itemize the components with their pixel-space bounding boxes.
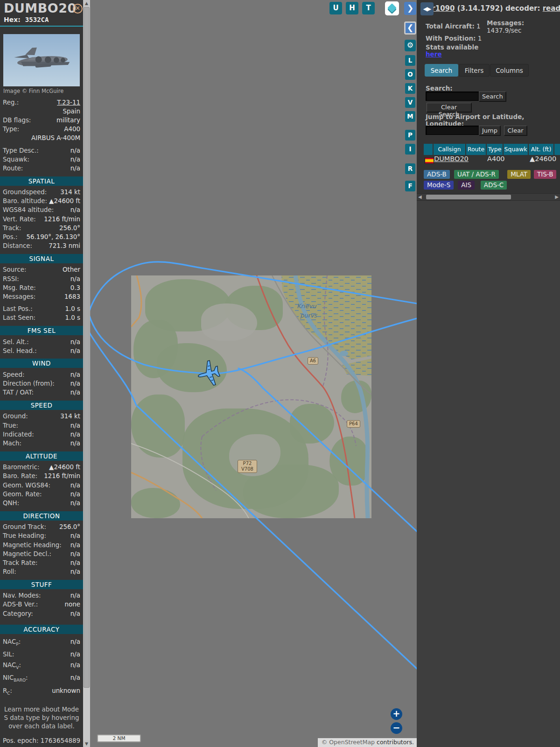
data-row-label: Indicated: xyxy=(3,431,34,438)
section-direction: DIRECTIONGround Track:256.0°True Heading… xyxy=(0,511,83,577)
table-row-callsign[interactable]: DUMBO20 xyxy=(434,155,469,162)
section-fms-sel: FMS SELSel. Alt.:n/aSel. Head.:n/a xyxy=(0,326,83,355)
k-map-button[interactable]: K xyxy=(405,83,415,94)
expand-right-button[interactable]: ❯ xyxy=(404,2,416,15)
readsb-link[interactable]: readsb xyxy=(543,4,560,13)
section-header: SPATIAL xyxy=(0,176,83,186)
data-row-label: Type: xyxy=(3,126,19,133)
map-pane[interactable]: Krievu purvs A6 P64 P72V708 xyxy=(90,0,417,747)
jump-button[interactable]: Jump xyxy=(479,126,500,135)
panel-lower-area xyxy=(417,201,560,747)
p-map-button[interactable]: P xyxy=(405,130,415,141)
data-row: Route:n/a xyxy=(0,164,83,173)
data-row-label: Mach: xyxy=(3,440,21,447)
data-row: SIL:n/a xyxy=(0,649,83,660)
data-row-value: ▲24600 ft xyxy=(49,464,80,471)
clear-button[interactable]: Clear xyxy=(504,126,527,135)
tar1090-app: DUMBO20 ✕ Hex:3532CA xyxy=(0,0,560,747)
sidebar-scrollbar[interactable]: ▲ ▼ xyxy=(83,0,90,747)
col-header-Squawk[interactable]: Squawk xyxy=(504,144,528,155)
data-row: Baro. Rate:1216 ft/min xyxy=(0,472,83,481)
layers-icon[interactable] xyxy=(385,1,399,15)
data-row-label: Reg.: xyxy=(3,99,19,106)
i-map-button[interactable]: I xyxy=(405,144,415,155)
scroll-up-icon[interactable]: ▲ xyxy=(83,0,90,7)
data-row-value: AIRBUS A-400M xyxy=(31,134,80,142)
aircraft-callsign-title: DUMBO20 xyxy=(0,0,83,15)
photo-credit: Image © Finn McGuire xyxy=(0,86,83,98)
data-row-value: 314 kt xyxy=(60,189,80,196)
tab-filters[interactable]: Filters xyxy=(459,64,490,77)
close-icon[interactable]: ✕ xyxy=(73,4,83,14)
m-map-button[interactable]: M xyxy=(405,111,415,122)
col-header-Alt. (ft)[interactable]: Alt. (ft) xyxy=(529,144,553,155)
data-row-label: Roll: xyxy=(3,568,16,576)
l-map-button[interactable]: L xyxy=(405,55,415,66)
data-row-value: n/a xyxy=(70,431,80,438)
stats-available: Stats available xyxy=(426,43,478,51)
u-button[interactable]: U xyxy=(329,2,342,14)
col-header-flag[interactable] xyxy=(424,144,433,155)
data-row-value: n/a xyxy=(70,338,80,346)
o-map-button[interactable]: O xyxy=(405,69,415,80)
data-row: Magnetic Decl.:n/a xyxy=(0,550,83,558)
badge-tis-b: TIS-B xyxy=(534,170,556,179)
tab-search[interactable]: Search xyxy=(425,64,458,77)
zoom-in-button[interactable]: + xyxy=(391,708,402,720)
badge-ads-b: ADS-B xyxy=(424,170,450,179)
section-signal: SIGNALSource:OtherRSSI:n/aMsg. Rate:0.3M… xyxy=(0,254,83,323)
panel-collapse-icon[interactable]: ◀▶ xyxy=(420,2,434,15)
f-map-button[interactable]: F xyxy=(405,181,415,191)
hex-value: 3532CA xyxy=(25,16,49,23)
scroll-left-icon[interactable]: ◀ xyxy=(418,194,422,200)
col-header-Callsign[interactable]: Callsign xyxy=(434,144,465,155)
data-row-value: A400 xyxy=(64,126,80,133)
data-row-label: Sel. Alt.: xyxy=(3,338,29,346)
table-row-alt: ▲24600 xyxy=(530,155,554,162)
v-map-button[interactable]: V xyxy=(405,97,415,108)
data-row: AIRBUS A-400M xyxy=(0,134,83,143)
data-row-label: Magnetic Heading: xyxy=(3,542,62,549)
search-input[interactable] xyxy=(426,92,479,101)
scroll-down-icon[interactable]: ▼ xyxy=(83,740,90,747)
horizontal-scrollbar[interactable]: ◀ ▶ xyxy=(417,193,560,201)
gear-icon[interactable]: ⚙ xyxy=(405,40,416,51)
r-map-button[interactable]: R xyxy=(405,163,415,174)
osm-link[interactable]: © OpenStreetMap xyxy=(322,739,375,746)
h-button[interactable]: H xyxy=(346,2,358,14)
section-header: ACCURACY xyxy=(0,625,83,634)
data-row-label: Direction (from): xyxy=(3,380,55,388)
data-row: Squawk:n/a xyxy=(0,155,83,164)
col-header-Route[interactable]: Route xyxy=(466,144,486,155)
map-scale-bar: 2 NM xyxy=(97,734,141,742)
scroll-right-icon[interactable]: ▶ xyxy=(555,194,559,200)
aircraft-list-panel: tar1090 (3.14.1792) decoder: readsb ◀▶ T… xyxy=(417,0,560,747)
zoom-out-button[interactable]: − xyxy=(391,722,402,734)
data-row-label: Route: xyxy=(3,165,23,172)
data-row-value: n/a xyxy=(70,559,80,567)
hscroll-thumb[interactable] xyxy=(426,195,511,199)
data-row-label: SIL: xyxy=(3,651,14,658)
aircraft-photo[interactable] xyxy=(3,34,80,86)
stats-here-link[interactable]: here xyxy=(426,50,442,58)
data-row-value: n/a xyxy=(70,371,80,379)
col-header-Type[interactable]: Type xyxy=(487,144,503,155)
data-row-label: NACV: xyxy=(3,662,21,671)
data-row-value: 256.0° xyxy=(59,225,80,232)
tab-columns[interactable]: Columns xyxy=(490,64,529,77)
data-row: Sel. Head.:n/a xyxy=(0,346,83,355)
scrollbar-thumb[interactable] xyxy=(84,7,90,688)
data-row-label: Sel. Head.: xyxy=(3,347,37,355)
data-row-label: Category: xyxy=(3,610,33,618)
section-altitude: ALTITUDEBarometric:▲24600 ftBaro. Rate:1… xyxy=(0,451,83,508)
search-button[interactable]: Search xyxy=(479,92,506,101)
data-row: Last Seen:1.0 s xyxy=(0,314,83,323)
data-row-value[interactable]: T.23-11 xyxy=(57,99,80,106)
jump-input[interactable] xyxy=(426,126,479,135)
col-header-S[interactable]: S xyxy=(554,144,560,155)
data-row: True Heading:n/a xyxy=(0,532,83,541)
clear-search-button[interactable]: Clear Search xyxy=(427,103,471,112)
collapse-left-button[interactable]: ❮ xyxy=(404,21,416,35)
t-button[interactable]: T xyxy=(362,2,375,14)
data-row: Roll:n/a xyxy=(0,568,83,577)
